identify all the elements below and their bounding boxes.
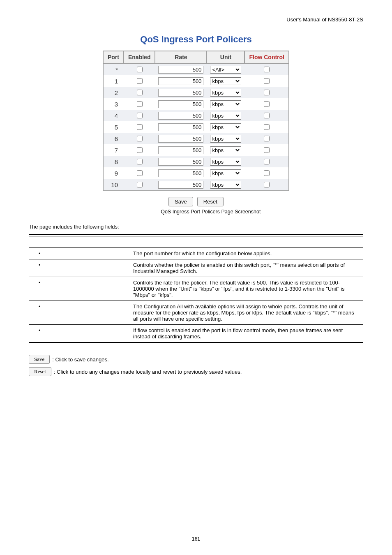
enabled-checkbox[interactable] — [137, 101, 143, 107]
flow-control-checkbox[interactable] — [264, 90, 270, 95]
rate-input[interactable] — [158, 123, 203, 131]
enabled-cell — [124, 179, 155, 191]
table-row: 4kbps — [103, 110, 289, 121]
enabled-checkbox[interactable] — [137, 90, 143, 95]
reset-button-desc: : Click to undo any changes made locally… — [54, 369, 242, 375]
enabled-checkbox[interactable] — [137, 136, 143, 141]
page-header: User's Manual of NS3550-8T-2S — [29, 16, 363, 23]
unit-select[interactable]: kbps — [210, 89, 241, 97]
rate-input[interactable] — [158, 181, 203, 189]
unit-cell: kbps — [207, 179, 244, 191]
table-row: 6kbps — [103, 133, 289, 144]
rate-cell — [155, 156, 207, 167]
flow-control-cell — [244, 75, 289, 87]
desc-header-description: Description — [129, 236, 363, 248]
rate-cell — [155, 133, 207, 144]
enabled-cell — [124, 87, 155, 98]
col-unit: Unit — [207, 51, 244, 63]
desc-row: • RateControls the rate for the policer.… — [29, 277, 363, 301]
rate-input[interactable] — [158, 112, 203, 120]
flow-control-checkbox[interactable] — [264, 101, 270, 107]
flow-control-checkbox[interactable] — [264, 136, 270, 141]
save-button-inline[interactable]: Save — [29, 355, 50, 364]
enabled-cell — [124, 98, 155, 110]
flow-control-cell — [244, 121, 289, 133]
flow-control-checkbox[interactable] — [264, 147, 270, 153]
rate-input[interactable] — [158, 135, 203, 143]
enabled-checkbox[interactable] — [137, 147, 143, 153]
rate-input[interactable] — [158, 146, 203, 154]
enabled-cell — [124, 133, 155, 144]
enabled-checkbox[interactable] — [137, 78, 143, 84]
rate-cell — [155, 179, 207, 191]
policer-table: Port Enabled Rate Unit Flow Control *<Al… — [103, 51, 289, 191]
enabled-checkbox[interactable] — [137, 124, 143, 130]
table-row: 7kbps — [103, 144, 289, 156]
enabled-checkbox[interactable] — [137, 159, 143, 164]
port-cell: 4 — [103, 110, 124, 121]
table-row: *<All> — [103, 63, 289, 75]
port-cell: 3 — [103, 98, 124, 110]
flow-control-cell — [244, 144, 289, 156]
enabled-checkbox[interactable] — [137, 67, 143, 72]
flow-control-checkbox[interactable] — [264, 170, 270, 176]
flow-control-cell — [244, 63, 289, 75]
flow-control-checkbox[interactable] — [264, 124, 270, 130]
rate-input[interactable] — [158, 89, 203, 97]
flow-control-cell — [244, 87, 289, 98]
save-button[interactable]: Save — [168, 197, 193, 206]
page-number: 161 — [0, 536, 392, 542]
intro-text: The page includes the following fields: — [29, 224, 363, 230]
unit-select[interactable]: kbps — [210, 77, 241, 85]
flow-control-checkbox[interactable] — [264, 67, 270, 72]
unit-cell: kbps — [207, 121, 244, 133]
flow-control-cell — [244, 110, 289, 121]
rate-input[interactable] — [158, 100, 203, 108]
reset-button-inline[interactable]: Reset — [29, 367, 51, 376]
reset-button[interactable]: Reset — [197, 197, 224, 206]
col-enabled: Enabled — [124, 51, 155, 63]
rate-cell — [155, 75, 207, 87]
enabled-checkbox[interactable] — [137, 170, 143, 176]
desc-row: • EnabledControls whether the policer is… — [29, 259, 363, 277]
unit-cell: kbps — [207, 156, 244, 167]
flow-control-checkbox[interactable] — [264, 182, 270, 187]
flow-control-cell — [244, 179, 289, 191]
rate-cell — [155, 98, 207, 110]
table-row: 3kbps — [103, 98, 289, 110]
flow-control-checkbox[interactable] — [264, 113, 270, 118]
rate-input[interactable] — [158, 66, 203, 74]
unit-select[interactable]: <All> — [210, 66, 241, 74]
unit-select[interactable]: kbps — [210, 181, 241, 189]
port-cell: 1 — [103, 75, 124, 87]
port-cell: 9 — [103, 167, 124, 179]
rate-cell — [155, 144, 207, 156]
rate-input[interactable] — [158, 158, 203, 166]
desc-object: • Port — [29, 248, 129, 259]
enabled-checkbox[interactable] — [137, 182, 143, 187]
port-cell: 7 — [103, 144, 124, 156]
desc-description: The port number for which the configurat… — [129, 248, 363, 259]
unit-select[interactable]: kbps — [210, 112, 241, 120]
enabled-cell — [124, 144, 155, 156]
unit-select[interactable]: kbps — [210, 158, 241, 166]
desc-object: • Unit — [29, 301, 129, 325]
unit-select[interactable]: kbps — [210, 100, 241, 108]
unit-cell: <All> — [207, 63, 244, 75]
unit-cell: kbps — [207, 110, 244, 121]
unit-select[interactable]: kbps — [210, 169, 241, 177]
unit-select[interactable]: kbps — [210, 135, 241, 143]
unit-select[interactable]: kbps — [210, 146, 241, 154]
unit-cell: kbps — [207, 87, 244, 98]
save-button-desc: : Click to save changes. — [52, 356, 108, 363]
enabled-cell — [124, 110, 155, 121]
unit-select[interactable]: kbps — [210, 123, 241, 131]
flow-control-checkbox[interactable] — [264, 159, 270, 164]
enabled-checkbox[interactable] — [137, 113, 143, 118]
desc-header-object: Object — [29, 236, 129, 248]
port-cell: * — [103, 63, 124, 75]
rate-input[interactable] — [158, 169, 203, 177]
rate-cell — [155, 87, 207, 98]
rate-input[interactable] — [158, 77, 203, 85]
flow-control-checkbox[interactable] — [264, 78, 270, 84]
